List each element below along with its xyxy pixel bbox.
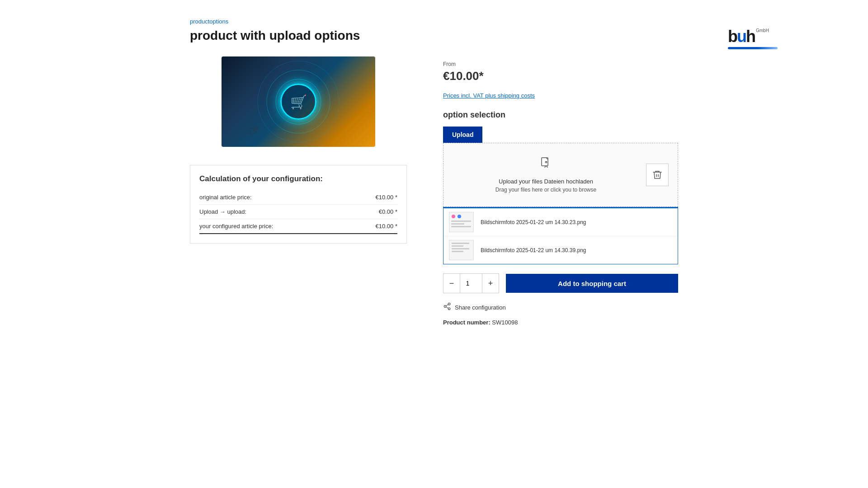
glow-rings-svg (222, 56, 375, 147)
file-name-1: Bildschirmfoto 2025-01-22 um 14.30.23.pn… (481, 219, 586, 225)
trash-icon (652, 169, 663, 180)
add-to-cart-button[interactable]: Add to shopping cart (506, 274, 678, 293)
left-column: ☞ 🛒 Calculation of your configuration: o… (190, 56, 407, 244)
file-preview-2 (449, 240, 474, 260)
logo-line (728, 47, 778, 49)
config-row-3: your configured article price: €10.00 * (199, 219, 397, 234)
clear-upload-button[interactable] (646, 164, 669, 186)
upload-tab[interactable]: Upload (443, 127, 482, 143)
file-item-2: Bildschirmfoto 2025-01-22 um 14.30.39.pn… (443, 236, 678, 264)
upload-primary-text: Upload your files Dateien hochladen (453, 178, 639, 185)
config-label-1: original article price: (199, 194, 252, 201)
quantity-increment-button[interactable]: + (482, 274, 499, 293)
svg-point-2 (258, 61, 339, 142)
price-from-label: From (443, 61, 678, 67)
quantity-input[interactable] (460, 274, 482, 293)
upload-secondary-text: Drag your files here or click you to bro… (453, 187, 639, 193)
right-column: From €10.00* Prices incl. VAT plus shipp… (443, 56, 678, 326)
price-value: €10.00* (443, 69, 678, 83)
page-title: product with upload options (190, 28, 678, 43)
file-upload-svg (539, 157, 553, 171)
config-title: Calculation of your configuration: (199, 174, 397, 183)
file-preview-1 (449, 212, 474, 232)
share-row[interactable]: Share configuration (443, 302, 678, 312)
logo: buh GmbH (728, 27, 778, 49)
option-selection-title: option selection (443, 110, 678, 120)
svg-point-4 (448, 303, 450, 305)
upload-dropzone[interactable]: Upload your files Dateien hochladen Drag… (453, 157, 639, 193)
file-list: Bildschirmfoto 2025-01-22 um 14.30.23.pn… (443, 207, 678, 264)
share-icon (443, 302, 451, 312)
svg-point-1 (267, 70, 330, 133)
product-number-value: SW10098 (492, 319, 518, 326)
file-item-1: Bildschirmfoto 2025-01-22 um 14.30.23.pn… (443, 208, 678, 236)
preview-dot-pink (452, 215, 455, 218)
config-value-1: €10.00 * (376, 194, 397, 201)
config-row-2: Upload → upload: €0.00 * (199, 205, 397, 219)
logo-gmbh: GmbH (756, 28, 769, 33)
upload-area[interactable]: Upload your files Dateien hochladen Drag… (443, 143, 678, 207)
config-value-2: €0.00 * (379, 208, 397, 215)
svg-point-6 (448, 308, 450, 310)
vat-link[interactable]: Prices incl. VAT plus shipping costs (443, 92, 678, 99)
product-number: Product number: SW10098 (443, 319, 678, 326)
product-number-label: Product number: (443, 319, 491, 326)
config-label-3: your configured article price: (199, 223, 273, 230)
preview-dot-blue (458, 215, 461, 218)
quantity-control: − + (443, 273, 499, 293)
product-image: ☞ 🛒 (222, 56, 375, 147)
breadcrumb[interactable]: productoptions (190, 18, 678, 25)
config-box: Calculation of your configuration: origi… (190, 165, 407, 244)
config-value-3: €10.00 * (376, 223, 397, 230)
config-label-2: Upload → upload: (199, 208, 246, 215)
file-name-2: Bildschirmfoto 2025-01-22 um 14.30.39.pn… (481, 247, 586, 253)
svg-point-0 (276, 79, 321, 124)
share-label: Share configuration (455, 304, 506, 311)
quantity-cart-row: − + Add to shopping cart (443, 273, 678, 293)
config-row-1: original article price: €10.00 * (199, 190, 397, 205)
quantity-decrement-button[interactable]: − (443, 274, 460, 293)
svg-point-5 (444, 305, 446, 308)
upload-file-icon (453, 157, 639, 174)
